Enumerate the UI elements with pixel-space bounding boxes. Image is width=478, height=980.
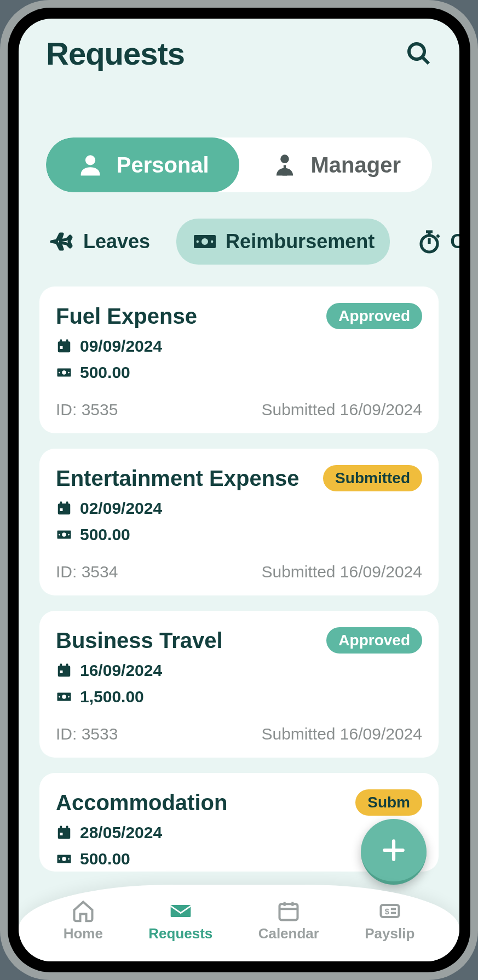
tab-requests[interactable]: Requests <box>148 899 212 942</box>
segment-personal[interactable]: Personal <box>46 137 239 192</box>
svg-text:$: $ <box>385 907 389 915</box>
svg-rect-16 <box>60 340 62 343</box>
card-submitted: Submitted 16/09/2024 <box>261 563 422 581</box>
svg-point-0 <box>409 44 424 59</box>
filter-leaves[interactable]: Leaves <box>34 219 165 265</box>
svg-rect-17 <box>66 340 68 343</box>
home-icon <box>71 899 95 923</box>
calendar-icon <box>56 824 72 841</box>
svg-rect-33 <box>66 664 68 667</box>
filter-reimbursement[interactable]: Reimbursement <box>176 219 390 265</box>
request-card[interactable]: Business Travel Approved 16/09/2024 1,50… <box>39 611 439 758</box>
card-date: 16/09/2024 <box>80 661 162 680</box>
svg-point-30 <box>68 534 70 536</box>
card-id: ID: 3535 <box>56 400 118 419</box>
screen: Requests Personal Manager Leaves Reimbur… <box>19 19 459 961</box>
svg-rect-25 <box>66 502 68 505</box>
svg-rect-26 <box>60 508 63 511</box>
segment-manager-label: Manager <box>311 153 401 177</box>
svg-point-28 <box>62 532 66 537</box>
card-amount: 500.00 <box>80 850 130 868</box>
svg-point-22 <box>68 372 70 374</box>
svg-rect-53 <box>381 905 399 917</box>
card-title: Fuel Expense <box>56 304 197 329</box>
filter-overtime[interactable]: Ove <box>401 219 459 265</box>
svg-point-3 <box>280 154 289 163</box>
calendar-icon <box>56 500 72 517</box>
svg-point-44 <box>62 857 66 861</box>
filter-overtime-label: Ove <box>450 230 459 253</box>
calendar-icon <box>56 662 72 679</box>
card-date: 09/09/2024 <box>80 337 162 356</box>
status-badge: Submitted <box>323 465 422 491</box>
manager-icon <box>270 151 299 179</box>
page-title: Requests <box>46 35 185 72</box>
phone-frame: Requests Personal Manager Leaves Reimbur… <box>0 0 478 980</box>
svg-point-8 <box>211 240 213 243</box>
money-icon <box>56 689 72 705</box>
svg-point-45 <box>59 858 60 860</box>
bottom-tabbar: Home Requests Calendar $ Payslip <box>19 885 459 961</box>
svg-rect-4 <box>283 165 285 170</box>
svg-point-7 <box>197 240 199 243</box>
search-button[interactable] <box>406 41 432 67</box>
mail-icon <box>169 899 193 923</box>
card-submitted: Submitted 16/09/2024 <box>261 725 422 743</box>
request-card[interactable]: Fuel Expense Approved 09/09/2024 500.00 … <box>39 286 439 433</box>
tab-requests-label: Requests <box>148 925 212 942</box>
tab-home-label: Home <box>64 925 103 942</box>
status-badge: Approved <box>326 627 422 654</box>
card-amount: 500.00 <box>80 525 130 544</box>
tab-calendar[interactable]: Calendar <box>258 899 319 942</box>
card-amount: 500.00 <box>80 363 130 382</box>
card-id: ID: 3534 <box>56 563 118 581</box>
person-icon <box>76 151 105 179</box>
cash-icon <box>192 228 218 255</box>
calendar-tab-icon <box>277 899 301 923</box>
svg-rect-41 <box>66 826 68 829</box>
svg-line-13 <box>437 235 439 237</box>
svg-point-38 <box>68 696 70 698</box>
card-date: 28/05/2024 <box>80 823 162 842</box>
svg-point-37 <box>59 696 60 698</box>
svg-rect-18 <box>60 346 63 349</box>
svg-rect-24 <box>60 502 62 505</box>
svg-rect-23 <box>58 503 71 514</box>
card-title: Business Travel <box>56 628 223 653</box>
card-title: Entertainment Expense <box>56 466 300 491</box>
calendar-icon <box>56 338 72 354</box>
svg-point-6 <box>201 238 208 245</box>
status-badge: Subm <box>355 789 422 816</box>
filter-chips: Leaves Reimbursement Ove <box>19 219 459 265</box>
header: Requests <box>19 19 459 72</box>
tab-home[interactable]: Home <box>64 899 103 942</box>
svg-rect-40 <box>60 826 62 829</box>
svg-rect-39 <box>58 828 71 839</box>
card-id: ID: 3533 <box>56 725 118 743</box>
svg-rect-31 <box>58 666 71 677</box>
svg-rect-34 <box>60 670 63 673</box>
add-request-fab[interactable] <box>361 819 427 885</box>
svg-point-36 <box>62 695 66 699</box>
filter-reimbursement-label: Reimbursement <box>226 230 375 253</box>
phone-bezel: Requests Personal Manager Leaves Reimbur… <box>8 8 470 972</box>
svg-point-20 <box>62 370 66 375</box>
request-card[interactable]: Entertainment Expense Submitted 02/09/20… <box>39 449 439 595</box>
plus-icon <box>380 836 407 864</box>
svg-line-1 <box>423 58 429 64</box>
card-amount: 1,500.00 <box>80 687 144 706</box>
status-badge: Approved <box>326 303 422 329</box>
tab-payslip[interactable]: $ Payslip <box>365 899 414 942</box>
svg-rect-32 <box>60 664 62 667</box>
money-icon <box>56 526 72 543</box>
svg-rect-49 <box>280 904 298 920</box>
segment-manager[interactable]: Manager <box>239 137 433 192</box>
money-icon <box>56 364 72 381</box>
role-segmented: Personal Manager <box>46 137 432 192</box>
plane-icon <box>49 228 76 255</box>
tab-payslip-label: Payslip <box>365 925 414 942</box>
svg-rect-42 <box>60 833 63 835</box>
stopwatch-icon <box>416 228 442 255</box>
svg-point-21 <box>59 372 60 374</box>
card-date: 02/09/2024 <box>80 499 162 518</box>
